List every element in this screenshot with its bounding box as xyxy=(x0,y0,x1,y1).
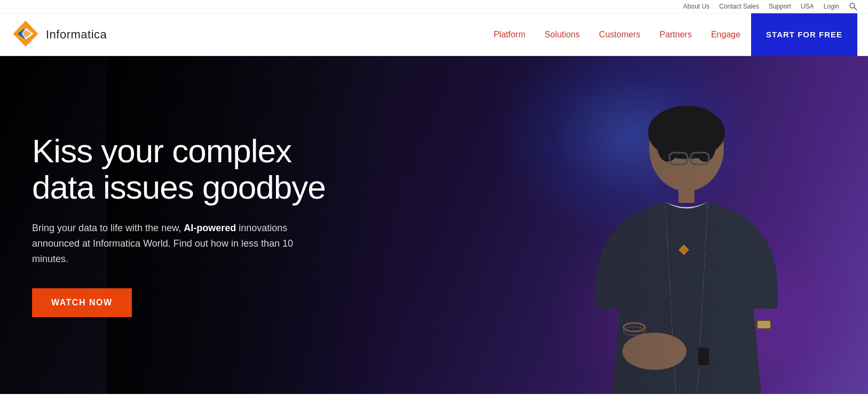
hero-subtext: Bring your data to life with the new, AI… xyxy=(32,220,310,266)
svg-point-9 xyxy=(695,130,716,162)
utility-bar: About Us Contact Sales Support USA Login xyxy=(0,0,868,13)
region-link[interactable]: USA xyxy=(801,3,814,10)
nav-solutions[interactable]: Solutions xyxy=(545,30,580,40)
start-for-free-button[interactable]: START FOR FREE xyxy=(751,13,857,56)
svg-rect-13 xyxy=(678,187,695,203)
nav-links: Platform Solutions Customers Partners En… xyxy=(494,30,740,40)
login-link[interactable]: Login xyxy=(824,3,839,10)
hero-section: Kiss your complex data issues goodbye Br… xyxy=(0,56,868,394)
hero-subtext-bold: AI-powered xyxy=(184,223,236,233)
support-link[interactable]: Support xyxy=(769,3,791,10)
about-us-link[interactable]: About Us xyxy=(683,3,709,10)
hero-subtext-prefix: Bring your data to life with the new, xyxy=(32,223,184,233)
logo-text: Informatica xyxy=(46,28,107,42)
hero-person-image xyxy=(548,84,825,394)
hero-headline: Kiss your complex data issues goodbye xyxy=(32,133,326,206)
logo-area: Informatica xyxy=(11,20,107,50)
watch-now-button[interactable]: WATCH NOW xyxy=(32,288,132,317)
svg-line-1 xyxy=(854,7,857,10)
logo-icon xyxy=(11,20,41,50)
svg-rect-21 xyxy=(757,321,770,328)
nav-partners[interactable]: Partners xyxy=(659,30,691,40)
search-icon[interactable] xyxy=(849,2,857,11)
svg-rect-16 xyxy=(698,348,709,365)
svg-point-14 xyxy=(622,333,686,370)
contact-sales-link[interactable]: Contact Sales xyxy=(719,3,759,10)
svg-point-8 xyxy=(657,130,678,162)
hero-content: Kiss your complex data issues goodbye Br… xyxy=(0,133,326,317)
nav-platform[interactable]: Platform xyxy=(494,30,526,40)
nav-engage[interactable]: Engage xyxy=(711,30,740,40)
nav-customers[interactable]: Customers xyxy=(599,30,640,40)
main-nav: Informatica Platform Solutions Customers… xyxy=(0,13,868,56)
